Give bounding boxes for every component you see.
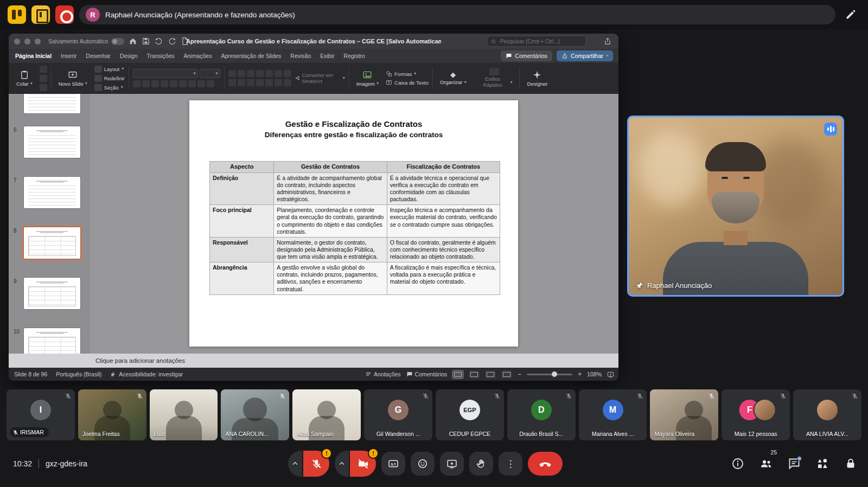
slide-thumbnail-6[interactable]: 6 bbox=[24, 126, 80, 158]
convert-smartart-button[interactable]: Converter em SmartArt ▾ bbox=[295, 72, 345, 85]
participant-tile[interactable]: EGP CEDUP EGPCE bbox=[436, 389, 504, 440]
tab-inserir[interactable]: Inserir bbox=[61, 53, 76, 59]
meeting-details-button[interactable] bbox=[731, 457, 744, 470]
slide-thumbnail-9[interactable]: 9 bbox=[24, 278, 80, 309]
table-header-fiscalizacao[interactable]: Fiscalização de Contratos bbox=[387, 162, 500, 173]
participant-tile[interactable]: F Mais 12 pessoas bbox=[722, 389, 790, 440]
cell-aspect[interactable]: Foco principal bbox=[210, 205, 274, 238]
window-minimize-button[interactable] bbox=[24, 39, 30, 44]
slide-title[interactable]: Gestão e Fiscalização de Contratos bbox=[189, 119, 518, 130]
cell-gestao[interactable]: É a atividade de acompanhamento global d… bbox=[274, 172, 387, 205]
participant-tile[interactable]: Ailza Sampaio bbox=[292, 389, 361, 440]
extension-board-icon[interactable] bbox=[8, 5, 26, 24]
search-input[interactable] bbox=[499, 38, 582, 45]
participant-tile[interactable]: Mayara Oliveira bbox=[650, 389, 718, 440]
presenter-banner[interactable]: R Raphael Anunciação (Apresentando e faz… bbox=[79, 5, 835, 24]
cell-aspect[interactable]: Responsável bbox=[210, 237, 274, 262]
zoom-slider-knob[interactable] bbox=[552, 371, 557, 377]
participant-tile[interactable]: I IRISMAR bbox=[7, 389, 75, 440]
zoom-out-button[interactable]: − bbox=[518, 371, 521, 377]
window-close-button[interactable] bbox=[14, 39, 20, 44]
table-header-aspecto[interactable]: Aspecto bbox=[210, 162, 274, 173]
camera-toggle-button-off[interactable]: ! bbox=[350, 451, 376, 477]
slide-sorter-view-button[interactable] bbox=[469, 370, 480, 379]
quick-styles-button[interactable]: Estilos Rápidos▾ bbox=[473, 67, 515, 89]
tab-design[interactable]: Design bbox=[120, 53, 138, 59]
undo-icon[interactable] bbox=[155, 37, 163, 46]
cell-fiscalizacao[interactable]: A fiscalização é mais específica e técni… bbox=[387, 262, 500, 295]
participant-tile[interactable]: ANA LIVIA ALV... bbox=[793, 389, 861, 440]
slide-thumbnail-7[interactable]: 7 bbox=[24, 177, 80, 208]
shapes-button[interactable]: Formas▾ bbox=[386, 71, 429, 77]
extension-pillar-icon[interactable] bbox=[31, 5, 50, 24]
reading-view-button[interactable] bbox=[485, 370, 496, 379]
table-header-gestao[interactable]: Gestão de Contratos bbox=[274, 162, 387, 173]
cell-gestao[interactable]: Planejamento, coordenação e controle ger… bbox=[274, 205, 387, 238]
image-button[interactable]: Imagem▾ bbox=[353, 69, 382, 88]
camera-options-chevron[interactable] bbox=[335, 451, 349, 477]
normal-view-button[interactable] bbox=[452, 370, 463, 379]
extension-record-icon[interactable] bbox=[55, 5, 74, 24]
tab-apresentacao-de-slides[interactable]: Apresentação de Slides bbox=[221, 53, 281, 59]
host-controls-button[interactable] bbox=[844, 457, 857, 470]
redo-icon[interactable] bbox=[168, 37, 176, 46]
reactions-button[interactable] bbox=[411, 452, 435, 476]
zoom-level[interactable]: 108% bbox=[587, 371, 602, 377]
notes-pane[interactable]: Clique para adicionar anotações bbox=[9, 354, 618, 368]
cell-aspect[interactable]: Definição bbox=[210, 172, 274, 205]
chat-panel-button[interactable] bbox=[788, 457, 801, 470]
cell-gestao[interactable]: Normalmente, o gestor do contrato, desig… bbox=[274, 237, 387, 262]
cell-gestao[interactable]: A gestão envolve a visão global do contr… bbox=[274, 262, 387, 295]
ppt-search-box[interactable] bbox=[487, 36, 586, 47]
tab-pagina-inicial[interactable]: Página Inicial bbox=[15, 53, 52, 59]
paragraph-controls[interactable] bbox=[228, 70, 291, 86]
section-button[interactable]: Seção▾ bbox=[94, 84, 125, 91]
presenter-video-tile[interactable]: Raphael Anunciação bbox=[627, 116, 844, 297]
slide-canvas[interactable]: Gestão e Fiscalização de Contratos Difer… bbox=[189, 100, 518, 347]
participant-tile[interactable]: M Mariana Alves ... bbox=[579, 389, 647, 440]
clipboard-mini-controls[interactable] bbox=[40, 66, 47, 91]
tab-registro[interactable]: Registro bbox=[344, 53, 365, 59]
raise-hand-button[interactable] bbox=[469, 452, 493, 476]
slide-thumbnail-10[interactable]: 10 bbox=[24, 328, 80, 354]
comments-button[interactable]: Comentários bbox=[501, 50, 552, 61]
slide-subtitle[interactable]: Diferenças entre gestão e fiscalização d… bbox=[189, 131, 518, 139]
mic-options-chevron[interactable] bbox=[288, 451, 302, 477]
tab-transicoes[interactable]: Transições bbox=[147, 53, 175, 59]
slideshow-view-button[interactable] bbox=[501, 370, 512, 379]
participant-tile[interactable]: Joelma Freitas bbox=[78, 389, 146, 440]
tab-exibir[interactable]: Exibir bbox=[320, 53, 334, 59]
captions-button[interactable] bbox=[381, 452, 405, 476]
tab-animacoes[interactable]: Animações bbox=[183, 53, 212, 59]
window-zoom-button[interactable] bbox=[35, 39, 41, 44]
new-slide-button[interactable]: Novo Slide▾ bbox=[55, 69, 91, 88]
cell-fiscalizacao[interactable]: O fiscal do contrato, geralmente é algué… bbox=[387, 237, 500, 262]
cell-aspect[interactable]: Abrangência bbox=[210, 262, 274, 295]
font-size-dropdown[interactable] bbox=[200, 69, 220, 78]
mic-toggle-button-muted[interactable]: ! bbox=[303, 451, 329, 477]
fit-to-window-icon[interactable] bbox=[607, 371, 614, 378]
tab-desenhar[interactable]: Desenhar bbox=[86, 53, 111, 59]
slide-thumbnail-8-selected[interactable]: 8 bbox=[24, 227, 80, 259]
reset-button[interactable]: Redefinir bbox=[94, 75, 125, 82]
cell-fiscalizacao[interactable]: É a atividade técnica e operacional que … bbox=[387, 172, 500, 205]
language-indicator[interactable]: Português (Brasil) bbox=[56, 371, 101, 377]
slide-table[interactable]: Aspecto Gestão de Contratos Fiscalização… bbox=[209, 161, 500, 295]
tab-revisao[interactable]: Revisão bbox=[290, 53, 311, 59]
leave-call-button[interactable] bbox=[528, 452, 563, 476]
comments-toggle[interactable]: Comentários bbox=[406, 371, 448, 377]
designer-button[interactable]: Designer bbox=[524, 69, 551, 88]
font-controls[interactable] bbox=[133, 69, 220, 87]
activities-button[interactable] bbox=[816, 457, 829, 470]
participant-tile[interactable]: D Draulio Brasil S... bbox=[507, 389, 576, 440]
arrange-button[interactable]: ◆ Organizar▾ bbox=[437, 70, 470, 86]
share-button[interactable]: Compartilhar ▾ bbox=[557, 50, 613, 61]
zoom-in-button[interactable]: + bbox=[578, 371, 582, 377]
titlebar-share-icon[interactable] bbox=[603, 37, 612, 46]
layout-button[interactable]: Layout▾ bbox=[94, 66, 125, 73]
cell-fiscalizacao[interactable]: Inspeção técnica e acompanhamento da exe… bbox=[387, 205, 500, 238]
save-icon[interactable] bbox=[142, 37, 150, 46]
participant-tile[interactable]: Luiz bbox=[150, 389, 218, 440]
present-button[interactable] bbox=[440, 452, 464, 476]
autosave-toggle[interactable]: Salvamento Automático bbox=[48, 38, 124, 45]
